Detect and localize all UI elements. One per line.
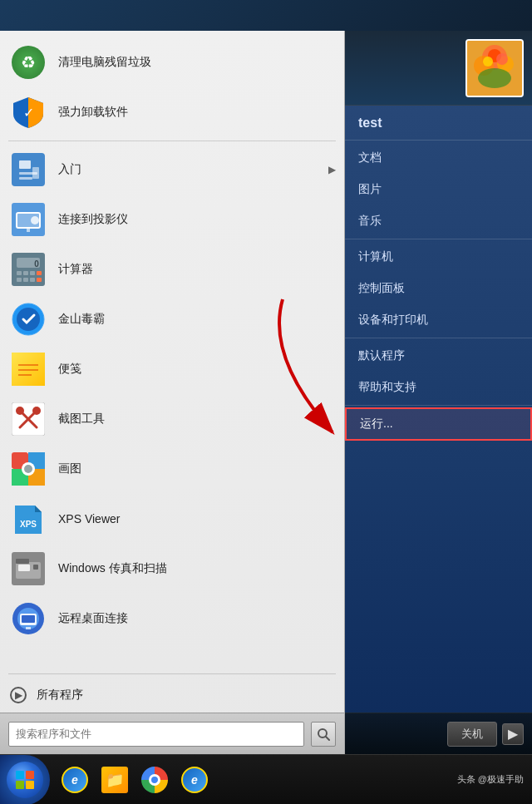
menu-item-all-programs[interactable]: ▶ 所有程序 <box>0 678 344 713</box>
start-orb <box>7 762 43 798</box>
search-bar <box>0 713 344 754</box>
svg-rect-2 <box>19 160 31 169</box>
snip-icon <box>8 399 48 439</box>
shutdown-button[interactable]: 关机 <box>447 722 497 747</box>
run-label: 运行... <box>360 417 393 432</box>
svg-rect-19 <box>23 278 28 282</box>
svg-rect-52 <box>26 627 31 629</box>
right-item-devices[interactable]: 设备和打印机 <box>345 304 532 336</box>
svg-text:✓: ✓ <box>23 106 34 120</box>
right-item-run[interactable]: 运行... <box>345 407 532 441</box>
folder-icon: 📁 <box>101 767 128 793</box>
svg-point-41 <box>24 465 32 473</box>
svg-rect-4 <box>19 177 32 180</box>
svg-rect-28 <box>18 369 38 371</box>
menu-item-paint[interactable]: 画图 <box>0 444 344 494</box>
svg-rect-47 <box>16 559 29 564</box>
taskbar: e 📁 e 头条 @极速手助 <box>0 754 532 804</box>
svg-rect-65 <box>26 771 34 779</box>
start-button[interactable] <box>0 755 50 805</box>
desktop: ♻ 清理电脑残留垃圾 ✓ 强力卸载软件 <box>0 0 532 804</box>
svg-rect-5 <box>32 167 39 179</box>
menu-item-antivirus[interactable]: 金山毒霸 <box>0 294 344 344</box>
svg-rect-29 <box>18 374 32 376</box>
svg-point-62 <box>496 53 508 65</box>
menu-item-fax[interactable]: Windows 传真和扫描 <box>0 544 344 594</box>
right-item-control-panel[interactable]: 控制面板 <box>345 273 532 304</box>
shield-icon: ✓ <box>8 92 48 132</box>
menu-item-recycle-label: 清理电脑残留垃圾 <box>58 55 151 70</box>
shutdown-section: 关机 ▶ <box>345 713 532 754</box>
svg-rect-21 <box>37 278 42 282</box>
menu-item-intro[interactable]: 入门 ▶ <box>0 145 344 195</box>
notes-icon <box>8 349 48 389</box>
menu-item-xps[interactable]: XPS XPS Viewer <box>0 494 344 544</box>
all-programs-label: 所有程序 <box>37 688 83 703</box>
menu-item-recycle[interactable]: ♻ 清理电脑残留垃圾 <box>0 37 344 87</box>
ie-icon: e <box>62 767 88 793</box>
menu-item-uninstall[interactable]: ✓ 强力卸载软件 <box>0 87 344 137</box>
menu-item-paint-label: 画图 <box>58 461 81 476</box>
svg-rect-14 <box>17 271 22 275</box>
svg-text:XPS: XPS <box>20 520 37 529</box>
paint-icon <box>8 449 48 489</box>
menu-item-snip[interactable]: 截图工具 <box>0 394 344 444</box>
right-item-help[interactable]: 帮助和支持 <box>345 372 532 403</box>
separator-all-programs <box>8 673 336 674</box>
right-item-computer[interactable]: 计算机 <box>345 241 532 273</box>
svg-rect-51 <box>22 615 35 623</box>
menu-item-remote[interactable]: 远程桌面连接 <box>0 594 344 644</box>
user-avatar <box>466 39 524 97</box>
taskbar-ie-button[interactable]: e <box>57 762 93 798</box>
svg-rect-18 <box>17 278 22 282</box>
chrome-icon <box>141 767 168 793</box>
xps-icon: XPS <box>8 499 48 539</box>
menu-item-intro-arrow: ▶ <box>328 164 336 175</box>
ie2-icon: e <box>181 767 208 793</box>
computer-label: 计算机 <box>358 249 393 264</box>
svg-rect-66 <box>16 781 24 789</box>
devices-label: 设备和打印机 <box>358 313 428 328</box>
right-item-username[interactable]: test <box>345 106 532 138</box>
svg-point-61 <box>483 57 493 67</box>
start-menu: ♻ 清理电脑残留垃圾 ✓ 强力卸载软件 <box>0 31 532 754</box>
menu-item-notes-label: 便笺 <box>58 362 81 377</box>
search-button[interactable] <box>311 722 336 747</box>
left-panel: ♻ 清理电脑残留垃圾 ✓ 强力卸载软件 <box>0 31 345 754</box>
taskbar-folder-button[interactable]: 📁 <box>96 762 133 798</box>
user-section <box>345 31 532 106</box>
taskbar-icons: e 📁 e <box>50 762 457 798</box>
right-item-pictures[interactable]: 图片 <box>345 174 532 205</box>
separator-1 <box>8 141 336 141</box>
menu-item-projector[interactable]: 连接到投影仪 <box>0 195 344 244</box>
brand-label: 头条 @极速手助 <box>457 773 524 786</box>
music-label: 音乐 <box>358 214 382 229</box>
fax-icon <box>8 549 48 589</box>
shutdown-arrow-icon: ▶ <box>508 726 518 742</box>
svg-rect-45 <box>18 565 30 571</box>
menu-item-notes[interactable]: 便笺 <box>0 344 344 394</box>
menu-item-snip-label: 截图工具 <box>58 412 105 427</box>
help-label: 帮助和支持 <box>358 380 416 395</box>
control-panel-label: 控制面板 <box>358 281 405 296</box>
right-panel: test 文档 图片 音乐 计算机 <box>345 31 532 754</box>
svg-text:0: 0 <box>34 259 39 269</box>
default-programs-label: 默认程序 <box>358 348 405 363</box>
svg-rect-20 <box>30 278 35 282</box>
shutdown-arrow-button[interactable]: ▶ <box>502 723 524 745</box>
right-item-documents[interactable]: 文档 <box>345 142 532 174</box>
menu-item-uninstall-label: 强力卸载软件 <box>58 105 128 120</box>
svg-rect-15 <box>23 271 28 275</box>
svg-rect-27 <box>18 364 38 366</box>
intro-icon <box>8 150 48 190</box>
right-item-default-programs[interactable]: 默认程序 <box>345 340 532 372</box>
svg-point-33 <box>16 407 24 415</box>
taskbar-ie2-button[interactable]: e <box>176 762 213 798</box>
menu-item-calculator[interactable]: 0 计算器 <box>0 244 344 294</box>
right-item-music[interactable]: 音乐 <box>345 205 532 237</box>
taskbar-chrome-button[interactable] <box>136 762 173 798</box>
menu-item-antivirus-label: 金山毒霸 <box>58 312 105 327</box>
search-input[interactable] <box>8 722 304 747</box>
svg-point-59 <box>478 68 511 88</box>
calc-icon: 0 <box>8 249 48 289</box>
